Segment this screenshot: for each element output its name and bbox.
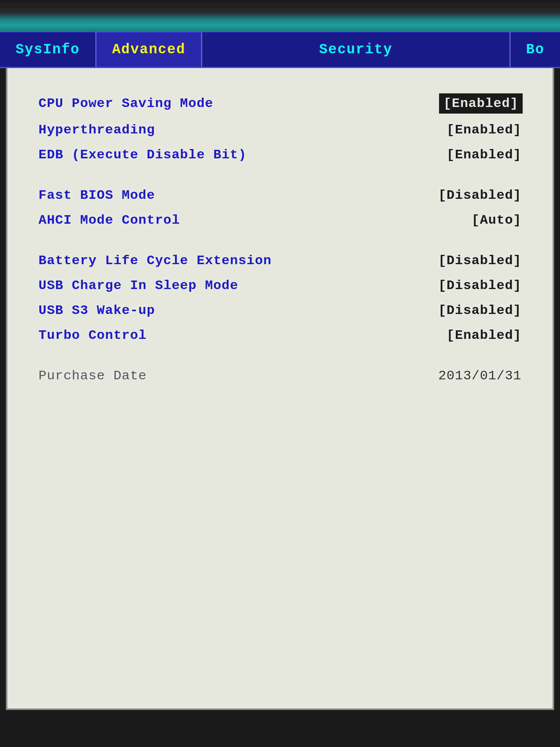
setting-value-fast-bios: [Disabled] — [438, 188, 522, 203]
tab-sysinfo[interactable]: SysInfo — [0, 32, 96, 67]
setting-value-ahci: [Auto] — [472, 213, 522, 228]
setting-label-battery-life: Battery Life Cycle Extension — [38, 253, 271, 268]
setting-row-usb-charge[interactable]: USB Charge In Sleep Mode [Disabled] — [38, 275, 522, 296]
setting-label-hyperthreading: Hyperthreading — [38, 123, 155, 137]
setting-label-fast-bios: Fast BIOS Mode — [38, 188, 155, 203]
tab-advanced[interactable]: Advanced — [96, 32, 202, 67]
nav-bar: SysInfo Advanced Security Bo — [0, 31, 560, 68]
setting-value-usb-s3: [Disabled] — [438, 303, 522, 318]
setting-value-hyperthreading: [Enabled] — [446, 123, 522, 137]
setting-row-usb-s3[interactable]: USB S3 Wake-up [Disabled] — [38, 300, 522, 321]
top-decoration — [0, 0, 560, 31]
setting-value-cpu-power: [Enabled] — [440, 95, 522, 112]
tab-bo-label: Bo — [526, 42, 544, 58]
setting-row-hyperthreading[interactable]: Hyperthreading [Enabled] — [38, 119, 522, 140]
tab-advanced-label: Advanced — [112, 42, 186, 58]
bios-section: Fast BIOS Mode [Disabled] AHCI Mode Cont… — [38, 185, 522, 231]
setting-label-usb-charge: USB Charge In Sleep Mode — [38, 278, 238, 293]
setting-row-edb[interactable]: EDB (Execute Disable Bit) [Enabled] — [38, 144, 522, 165]
setting-row-ahci[interactable]: AHCI Mode Control [Auto] — [38, 210, 522, 231]
setting-value-turbo: [Enabled] — [446, 328, 522, 343]
main-content: CPU Power Saving Mode [Enabled] Hyperthr… — [6, 68, 554, 710]
setting-row-battery-life[interactable]: Battery Life Cycle Extension [Disabled] — [38, 250, 522, 271]
cpu-section: CPU Power Saving Mode [Enabled] Hyperthr… — [38, 91, 522, 165]
setting-label-turbo: Turbo Control — [38, 328, 147, 343]
setting-label-ahci: AHCI Mode Control — [38, 213, 180, 228]
setting-value-battery-life: [Disabled] — [438, 253, 522, 268]
tab-security-label: Security — [319, 42, 393, 58]
tab-bo[interactable]: Bo — [511, 32, 560, 67]
purchase-date-label: Purchase Date — [38, 368, 147, 383]
battery-section: Battery Life Cycle Extension [Disabled] … — [38, 250, 522, 346]
setting-row-turbo[interactable]: Turbo Control [Enabled] — [38, 325, 522, 346]
tab-sysinfo-label: SysInfo — [16, 42, 80, 58]
setting-value-usb-charge: [Disabled] — [438, 278, 522, 293]
setting-label-edb: EDB (Execute Disable Bit) — [38, 147, 247, 162]
purchase-date-value: 2013/01/31 — [438, 368, 522, 383]
setting-row-fast-bios[interactable]: Fast BIOS Mode [Disabled] — [38, 185, 522, 206]
setting-label-usb-s3: USB S3 Wake-up — [38, 303, 155, 318]
tab-security[interactable]: Security — [202, 32, 511, 67]
setting-row-cpu-power[interactable]: CPU Power Saving Mode [Enabled] — [38, 91, 522, 116]
setting-label-cpu-power: CPU Power Saving Mode — [38, 96, 213, 111]
setting-value-edb: [Enabled] — [446, 147, 522, 162]
purchase-date-section: Purchase Date 2013/01/31 — [38, 365, 522, 386]
setting-row-purchase-date: Purchase Date 2013/01/31 — [38, 365, 522, 386]
